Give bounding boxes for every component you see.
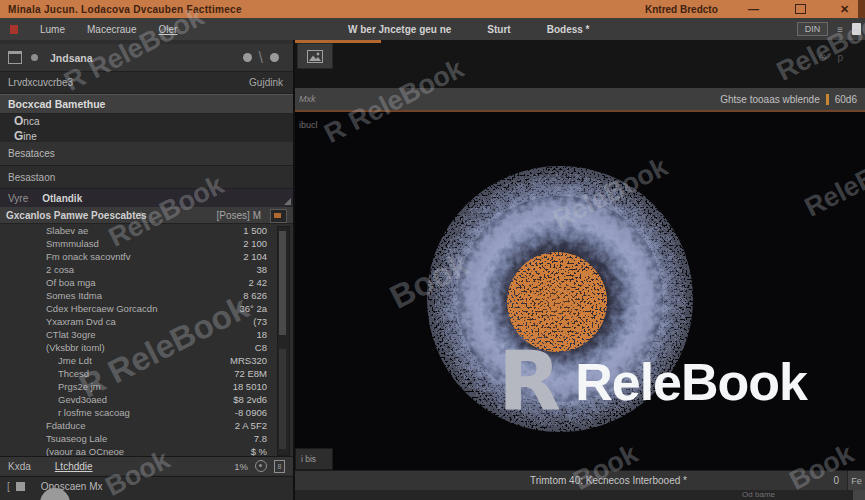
mode-label: Kxda [8, 461, 31, 472]
param-row[interactable]: Tsuaseog Lale7.8 [0, 432, 293, 445]
scrollbar[interactable] [277, 226, 290, 456]
mode-value[interactable]: Ltchddie [55, 461, 93, 472]
datablock-row[interactable]: Lrvdxcuvcrbe3 Gujdink [0, 72, 293, 94]
timeline-corner-label: i bis [301, 454, 316, 464]
param-row[interactable]: 2 cosa38 [0, 263, 293, 276]
param-row[interactable]: Somes Itdma8 626 [0, 289, 293, 302]
viewport-canvas[interactable]: ibucl [295, 112, 865, 470]
param-row[interactable]: CTlat 3ogre18 [0, 328, 293, 341]
status-corner-button[interactable]: Fe [847, 471, 865, 491]
render-mode-label[interactable]: Ghtse tooaas wblende [720, 94, 820, 105]
grid-icon [8, 51, 22, 64]
menu-bar: Lume Macecraue Oler W ber Jncetge geu ne… [0, 18, 865, 41]
status-value: 0 [833, 475, 839, 486]
param-row[interactable]: Thcesd72 E8M [0, 367, 293, 380]
radial-icon[interactable] [255, 460, 267, 472]
param-row[interactable]: Prgs2e jm18 5010 [0, 380, 293, 393]
param-table-header-value: [Poses] M [217, 210, 261, 221]
section-2-label: Besastaon [8, 172, 55, 183]
scrollbar-thumb[interactable] [279, 231, 286, 335]
mode-bar[interactable]: Kxda Ltchddie 1% 8 [0, 456, 293, 475]
resize-handle-icon[interactable] [284, 198, 291, 205]
orange-separator [826, 94, 829, 105]
sphere-icon[interactable] [243, 53, 252, 62]
maximize-icon[interactable] [795, 0, 806, 18]
type-label: Vyre [8, 193, 28, 204]
viewport-tab[interactable] [297, 43, 333, 69]
viewport[interactable]: ⊙ p Mxk Ghtse tooaas wblende 60d6 ibucl [295, 40, 865, 500]
bracket-icon: [ [7, 481, 10, 492]
selected-list-row[interactable]: Bocxcad Bamethue [0, 94, 293, 114]
window-title: Minala Jucun. Lodacova Dvcauben Facttime… [8, 4, 242, 15]
dot-icon [31, 54, 38, 61]
param-row[interactable]: Jme LdtMRS320 [0, 354, 293, 367]
percent-value: 1% [234, 461, 248, 472]
list-item[interactable]: Onca [14, 114, 293, 129]
app-icon[interactable] [10, 25, 18, 34]
menu-list-icon[interactable]: ≡ [837, 24, 843, 35]
sphere-icon-2[interactable] [270, 53, 279, 62]
item-list: Onca Gine [0, 114, 293, 142]
title-bar[interactable]: Minala Jucun. Lodacova Dvcauben Facttime… [0, 0, 865, 18]
menu-center-item-3[interactable]: Bodess * [547, 24, 590, 35]
viewport-header[interactable]: Mxk Ghtse tooaas wblende 60d6 [295, 88, 865, 112]
timeline-corner-box[interactable]: i bis [295, 448, 333, 470]
window-title-secondary: Kntred Bredcto [645, 4, 718, 15]
param-row[interactable]: Slabev ae1 500 [0, 224, 293, 237]
param-table: Slabev ae1 500 Smmmulasd2 100 Fm onack s… [0, 224, 293, 456]
viewport-bottom-strip: Od bame [295, 490, 865, 500]
type-value: Otlandik [42, 193, 82, 204]
type-row[interactable]: Vyre Otlandik [0, 189, 293, 207]
section-1-label: Besataces [8, 148, 55, 159]
param-table-title: Gxcanlos Pamwe Poescabtes [6, 210, 147, 221]
menu-item-1[interactable]: Lume [40, 24, 65, 35]
square-icon[interactable] [16, 482, 25, 491]
param-row[interactable]: Gevd3oaed$8 2vd6 [0, 393, 293, 406]
menu-item-2[interactable]: Macecraue [87, 24, 136, 35]
close-icon[interactable]: ✕ [840, 0, 849, 18]
view-gizmo-icons[interactable]: ⊙ p [818, 52, 847, 63]
param-row[interactable]: Cdex Hbercaew Gorcacdn36° 2a [0, 302, 293, 315]
menu-center-item-2[interactable]: Sturt [487, 24, 510, 35]
param-table-header[interactable]: Gxcanlos Pamwe Poescabtes [Poses] M [0, 207, 293, 224]
datablock-value: Gujdink [249, 77, 283, 88]
bottom-corner-button[interactable] [853, 490, 865, 500]
param-row[interactable]: (Vksbbr itoml)C8 [0, 341, 293, 354]
param-row[interactable]: r losfme scacoag-8 0906 [0, 406, 293, 419]
param-row[interactable]: Yxaxram Dvd ca(73 [0, 315, 293, 328]
panel-title: Jndsana [50, 52, 93, 64]
section-header-1[interactable]: Besataces [0, 142, 293, 166]
render-mode-value[interactable]: 60d6 [835, 94, 857, 105]
texture-icon[interactable] [270, 209, 287, 223]
param-row[interactable]: Smmmulasd2 100 [0, 237, 293, 250]
box-icon[interactable]: 8 [274, 460, 285, 473]
properties-panel: Jndsana \ Lrvdxcuvcrbe3 Gujdink Bocxcad … [0, 40, 295, 500]
particle-sphere [410, 149, 710, 449]
image-icon [307, 50, 323, 63]
slash-divider: \ [259, 49, 263, 67]
titlebar-endcap [858, 0, 865, 18]
menu-center-item-1[interactable]: W ber Jncetge geu ne [348, 24, 451, 35]
canvas-axis-label: ibucl [299, 120, 318, 130]
selected-row-label: Bocxcad Bamethue [8, 98, 105, 110]
panel-toggle-icon[interactable] [852, 23, 861, 35]
status-text: Trimtom 40: Kecnecos Interbooed * [530, 475, 687, 486]
param-row[interactable]: Fdatduce2 A 5F2 [0, 419, 293, 432]
param-row[interactable]: Fm onack sacovntfv2 104 [0, 250, 293, 263]
section-header-2[interactable]: Besastaon [0, 166, 293, 189]
menu-item-3[interactable]: Oler [158, 24, 177, 35]
minimize-icon[interactable]: — [748, 0, 759, 18]
param-row[interactable]: Of boa mga2 42 [0, 276, 293, 289]
panel-header[interactable]: Jndsana \ [0, 44, 293, 72]
scrollbar-thumb-lower[interactable] [279, 349, 286, 449]
bottom-right-text: Od bame [742, 490, 775, 499]
application-window: Minala Jucun. Lodacova Dvcauben Facttime… [0, 0, 865, 500]
datablock-label: Lrvdxcuvcrbe3 [8, 77, 73, 88]
din-button[interactable]: DIN [797, 22, 829, 36]
viewport-status-bar: Trimtom 40: Kecnecos Interbooed * 0 Fe [295, 470, 865, 491]
viewport-header-label: Mxk [299, 94, 316, 104]
